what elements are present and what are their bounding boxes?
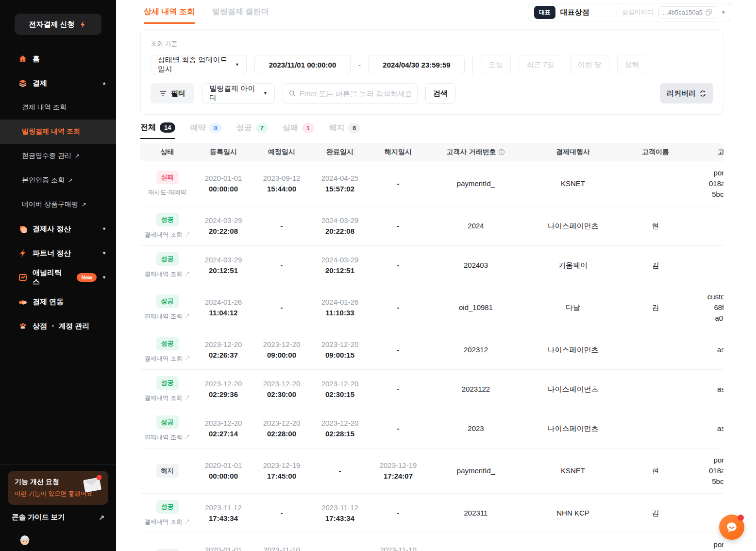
range-this-year-button[interactable]: 올해: [617, 55, 647, 74]
console-guide-link[interactable]: 콘솔 가이드 보기 ↗: [8, 505, 108, 525]
merchant-txn-id-cell: 202403: [427, 260, 524, 271]
feature-request-card[interactable]: 기능 개선 요청 이런 기능이 있으면 좋겠어요: [8, 471, 108, 505]
recovery-button[interactable]: 리커버리: [660, 83, 713, 103]
status-tab-failed[interactable]: 실패 1: [283, 122, 314, 139]
criteria-select[interactable]: 상태별 최종 업데이트 일시 ▼: [151, 55, 247, 74]
chat-widget-button[interactable]: [719, 515, 744, 540]
row-action-link[interactable]: 결제내역 조회 ↗: [144, 518, 190, 526]
sidebar-item-analytics[interactable]: 애널리틱스 New ▼: [0, 265, 116, 290]
status-tab-label: 실패: [283, 123, 298, 133]
search-type-select[interactable]: 빌링결제 아이디 ▼: [202, 83, 275, 103]
range-last7-button[interactable]: 최근 7일: [519, 55, 562, 74]
table-row[interactable]: 성공 결제내역 조회 ↗ 2023-12-2002:29:36 2023-12-…: [140, 370, 723, 409]
status-badge: 성공: [156, 294, 179, 308]
table-row[interactable]: 성공 결제내역 조회 ↗ 2024-01-2611:04:12 - 2024-0…: [140, 285, 723, 330]
search-button[interactable]: 검색: [425, 83, 455, 103]
copy-icon[interactable]: [706, 9, 712, 16]
store-selector[interactable]: 대표 대표상점 상점아이디 ...4b5ca150a5 ▼: [528, 3, 732, 21]
tab-detail-history[interactable]: 상세 내역 조회: [144, 0, 195, 24]
date-to-input[interactable]: 2024/04/30 23:59:59: [369, 55, 465, 74]
notification-dot: [738, 515, 744, 521]
external-link-icon: ↗: [68, 177, 73, 184]
sidebar-item-label: 현금영수증 관리: [22, 152, 71, 160]
row-action-link[interactable]: 결제내역 조회 ↗: [144, 433, 190, 442]
table-row[interactable]: 성공 결제내역 조회 ↗ 2024-03-2920:12:51 - 2024-0…: [140, 246, 723, 285]
sidebar-item-label: 애널리틱스: [33, 268, 67, 287]
status-badge: 해지: [156, 464, 179, 478]
row-action-link[interactable]: 결제내역 조회 ↗: [144, 312, 190, 321]
sidebar-item-payment-history[interactable]: 결제 내역 조회: [0, 95, 116, 120]
content: 조회 기준 상태별 최종 업데이트 일시 ▼ 2023/11/01 00:00:…: [116, 29, 756, 551]
sidebar-item-label: 홈: [33, 54, 40, 64]
status-count-badge: 7: [256, 123, 268, 133]
table-row[interactable]: 성공 결제내역 조회 ↗ 2023-12-2002:26:37 2023-12-…: [140, 330, 723, 370]
sidebar-item-label: 결제사 정산: [33, 224, 71, 234]
date-from-input[interactable]: 2023/11/01 00:00:00: [254, 55, 351, 74]
filter-button[interactable]: 필터: [151, 83, 194, 103]
sidebar-item-pg-settlement[interactable]: 결제사 정산 ▼: [0, 217, 116, 241]
status-tabbar: 전체 14 예약 0 성공 7 실패 1 해지 6: [140, 122, 756, 139]
info-icon[interactable]: [498, 149, 505, 155]
status-tab-cancelled[interactable]: 해지 6: [329, 122, 360, 139]
sidebar-item-partner-settlement[interactable]: 파트너 정산 ▼: [0, 241, 116, 265]
sidebar-item-store-account[interactable]: 상점 ・ 계정 관리: [0, 314, 116, 338]
chevron-down-icon[interactable]: ▼: [102, 251, 106, 256]
chevron-up-icon[interactable]: ▲: [102, 81, 106, 86]
col-customer-name: 고객이름: [622, 148, 689, 156]
table-row[interactable]: 성공 결제내역 조회 ↗ 2023-11-1217:43:34 - 2023-1…: [140, 494, 723, 533]
range-today-button[interactable]: 오늘: [481, 55, 511, 74]
tab-billing-calendar[interactable]: 빌링결제 캘린더: [212, 0, 269, 24]
epay-apply-button[interactable]: 전자결제 신청: [15, 14, 101, 35]
row-action-link[interactable]: 결제내역 조회 ↗: [144, 270, 190, 278]
user-avatar[interactable]: [18, 534, 31, 546]
chevron-down-icon[interactable]: ▼: [721, 10, 726, 15]
status-tab-success[interactable]: 성공 7: [236, 122, 268, 139]
search-box[interactable]: [283, 83, 418, 103]
chevron-down-icon[interactable]: ▼: [102, 226, 106, 231]
row-action-link[interactable]: 결제내역 조회 ↗: [144, 355, 190, 363]
customer-id-cell: port- 018bb4 bb41-6: [689, 539, 723, 551]
chat-bubble-icon: [724, 520, 739, 534]
status-count-badge: 1: [302, 123, 314, 133]
customer-id-cell: port- 018a88 5bca-: [689, 455, 723, 487]
sidebar-item-identity-verification[interactable]: 본인인증 조회 ↗: [0, 168, 116, 192]
cancelled-at-cell: -: [369, 221, 427, 231]
pills-icon: [18, 297, 27, 306]
table-row[interactable]: 해지 2020-01-0100:00:00 2023-12-1917:45:00…: [140, 448, 723, 494]
merchant-txn-id-cell: 202312: [427, 344, 524, 355]
row-action-link[interactable]: 결제내역 조회 ↗: [144, 394, 190, 402]
sidebar-item-payments[interactable]: 결제 ▲: [0, 71, 116, 95]
customer-id-cell: custome 68f6 a02: [689, 292, 723, 324]
status-tab-all[interactable]: 전체 14: [140, 122, 175, 139]
row-action-link[interactable]: 재시도·재예약: [148, 189, 186, 197]
store-badge: 대표: [534, 6, 555, 19]
search-input[interactable]: [300, 89, 411, 98]
store-id-text: ...4b5ca150a5: [663, 9, 703, 16]
chevron-down-icon[interactable]: ▼: [102, 275, 106, 280]
customer-name-cell: 김: [622, 508, 689, 518]
filter-icon: [159, 90, 167, 96]
divider: [617, 7, 617, 17]
store-id-value[interactable]: ...4b5ca150a5: [658, 6, 716, 18]
col-label: 고객사 거래번호: [447, 148, 496, 156]
registered-at-cell: 2020-01-0100:00:00: [194, 173, 252, 194]
row-action-link[interactable]: 결제내역 조회 ↗: [144, 231, 190, 239]
search-icon: [289, 90, 296, 97]
table-row[interactable]: 성공 결제내역 조회 ↗ 2023-12-2002:27:14 2023-12-…: [140, 409, 723, 448]
sidebar-item-home[interactable]: 홈: [0, 47, 116, 71]
table-row[interactable]: 실패 재시도·재예약 2020-01-0100:00:00 2023-09-12…: [140, 161, 723, 207]
scheduled-at-cell: -: [252, 260, 311, 271]
scheduled-at-cell: 2023-12-1917:45:00: [252, 460, 311, 482]
merchant-txn-id-cell: 2024: [427, 221, 524, 231]
sidebar-item-payment-integration[interactable]: 결제 연동: [0, 290, 116, 314]
status-tab-scheduled[interactable]: 예약 0: [190, 122, 221, 139]
table-row[interactable]: 성공 결제내역 조회 ↗ 2024-03-2920:22:08 - 2024-0…: [140, 207, 723, 246]
range-this-month-button[interactable]: 이번 달: [570, 55, 609, 74]
new-badge: New: [77, 273, 97, 282]
table-row[interactable]: 해지 2020-01-0100:00:00 2023-11-1011:24:00…: [140, 533, 723, 551]
scheduled-at-cell: -: [252, 508, 311, 518]
sidebar-item-naver-review[interactable]: 네이버 상품구매평 ↗: [0, 192, 116, 217]
layers-icon: [18, 79, 27, 87]
sidebar-item-billing-history[interactable]: 빌링결제 내역 조회: [0, 120, 116, 144]
sidebar-item-cash-receipt[interactable]: 현금영수증 관리 ↗: [0, 144, 116, 168]
